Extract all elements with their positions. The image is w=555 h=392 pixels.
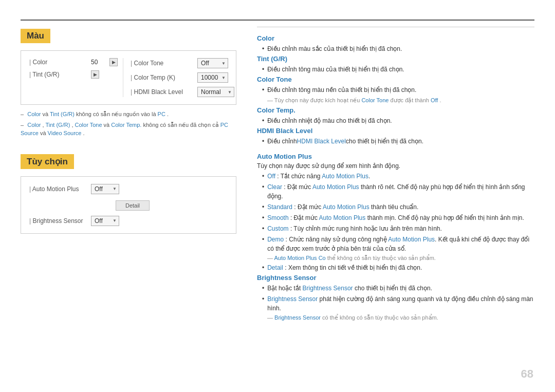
right-brightness-section: Brightness Sensor • Bật hoặc tắt Brightn… [257,274,534,321]
automotion-label: | Auto Motion Plus [29,185,91,193]
colortone-dropdown[interactable]: Off [197,58,228,68]
right-colortone-title: Color Tone [257,76,534,83]
automotion-bullet-custom: • Custom : Tùy chỉnh mức rung hình hoặc … [257,224,534,233]
color-arrow-btn[interactable]: ▶ [109,58,118,66]
brightness-setting-row: | Brightness Sensor Off [29,216,228,226]
automotion-intro: Tùy chọn này được sử dụng để xem hình ản… [257,162,534,170]
automotion-setting-row: | Auto Motion Plus Off [29,184,228,194]
right-colortemp-bullet-1: • Điều chỉnh nhiệt độ màu cho thiết bị đ… [257,116,534,125]
mau-note-1: – Color và Tint (G/R) không có sẵn nếu n… [21,110,236,119]
tint-label: | Tint (G/R) [29,71,91,78]
right-column: Color • Điều chỉnh màu sắc của thiết bị … [257,27,534,371]
left-column: Màu | Color 50 ▶ [21,27,236,371]
brightness-dropdown[interactable]: Off [91,216,119,226]
top-divider-line [21,20,534,21]
right-colortemp-title: Color Temp. [257,106,534,114]
tuychon-header: Tùy chọin [21,154,74,169]
right-tint-bullet-1: • Điều chỉnh tông màu của thiết bị hiển … [257,65,534,74]
right-hdmi-section: HDMI Black Level • Điều chỉnh HDMI Black… [257,127,534,146]
right-colortemp-section: Color Temp. • Điều chỉnh nhiệt độ màu ch… [257,106,534,125]
right-colortone-note: Tùy chọn này được kích hoạt nếu Color To… [257,96,534,105]
right-tint-section: Tint (G/R) • Điều chỉnh tông màu của thi… [257,55,534,74]
right-colortone-section: Color Tone • Điều chỉnh tông màu nền của… [257,76,534,105]
mau-settings-box: | Color 50 ▶ | Tint (G/R) [21,50,236,105]
right-color-section: Color • Điều chỉnh màu sắc của thiết bị … [257,34,534,53]
tint-control[interactable]: ▶ [91,70,99,79]
spacer [257,147,534,153]
automotion-bullet-clear: • Clear : Đặt mức Auto Motion Plus thành… [257,182,534,201]
colortemp-setting-row: | Color Temp (K) 10000 [131,72,234,83]
right-colortone-bullet-1: • Điều chỉnh tông màu nền của thiết bị h… [257,85,534,95]
tuychon-settings-box: | Auto Motion Plus Off Detail | Brightne… [21,176,236,234]
colortemp-dropdown[interactable]: 10000 [197,72,228,83]
mau-note-2: – Color , Tint (G/R) , Color Tone và Col… [21,121,236,138]
automotion-bullet-smooth: • Smooth : Đặt mức Auto Motion Plus thàn… [257,213,534,222]
right-automotion-section: Auto Motion Plus Tùy chọn này được sử dụ… [257,153,534,272]
colortemp-label: | Color Temp (K) [131,74,197,81]
automotion-note-co: — Auto Motion Plus Co thể không có sẵn t… [257,255,534,262]
automotion-bullet-standard: • Standard : Đặt mức Auto Motion Plus th… [257,202,534,212]
color-setting-row: | Color 50 ▶ [29,58,118,66]
tint-setting-row: | Tint (G/R) ▶ [29,70,118,79]
tint-arrow-btn[interactable]: ▶ [91,70,99,79]
colortone-setting-row: | Color Tone Off [131,58,234,68]
mau-header: Màu [21,29,50,43]
detail-btn-row: Detail [29,198,228,213]
right-hdmi-bullet-1: • Điều chỉnh HDMI Black Level cho thiết … [257,137,534,146]
color-label: | Color [29,59,91,66]
colortone-label: | Color Tone [131,60,197,67]
right-color-title: Color [257,34,534,42]
brightness-bullet-2: • Brightness Sensor phát hiện cường độ á… [257,294,534,313]
mau-section: Màu | Color 50 ▶ [21,27,236,138]
automotion-dropdown[interactable]: Off [91,184,119,194]
color-control[interactable]: 50 ▶ [91,58,118,66]
right-hdmi-title: HDMI Black Level [257,127,534,135]
page-number: 68 [521,367,533,381]
hdmi-setting-row: | HDMI Black Level Normal [131,87,234,97]
right-brightness-title: Brightness Sensor [257,274,534,282]
brightness-bullet-1: • Bật hoặc tắt Brightness Sensor cho thi… [257,284,534,293]
mau-left-settings: | Color 50 ▶ | Tint (G/R) [29,58,123,97]
color-value: 50 [91,59,106,66]
automotion-bullet-demo: • Demo : Chức năng này sử dụng công nghệ… [257,235,534,253]
right-color-bullet-1: • Điều chỉnh màu sắc của thiết bị hiển t… [257,44,534,53]
hdmi-label: | HDMI Black Level [131,88,197,96]
automotion-bullet-detail: • Detail : Xem thông tin chi tiết về thi… [257,263,534,272]
mau-right-settings: | Color Tone Off | Color Temp (K) [123,58,234,97]
right-top-line [257,27,534,27]
brightness-label: | Brightness Sensor [29,217,91,225]
automotion-bullet-off: • Off : Tắt chức năng Auto Motion Plus. [257,172,534,181]
right-automotion-title: Auto Motion Plus [257,153,534,160]
detail-button[interactable]: Detail [116,200,150,211]
brightness-note: — Brightness Sensor có thể không có sẵn … [257,314,534,321]
hdmi-dropdown[interactable]: Normal [197,87,234,97]
tuychon-section: Tùy chọin | Auto Motion Plus Off Detail [21,152,236,234]
mau-settings-inner: | Color 50 ▶ | Tint (G/R) [29,58,228,97]
right-tint-title: Tint (G/R) [257,55,534,63]
